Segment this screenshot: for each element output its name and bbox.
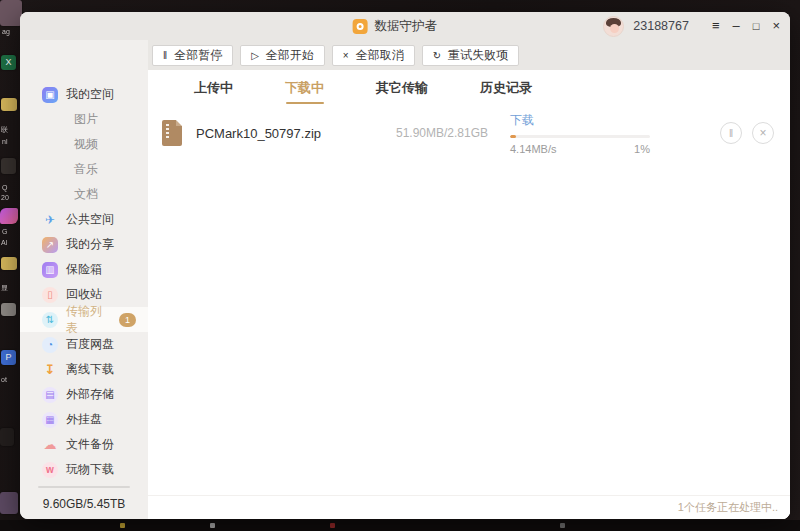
transfer-tabs: 上传中 下载中 其它传输 历史记录 (148, 70, 790, 106)
sidebar-item-label: 我的分享 (66, 236, 114, 253)
desktop-icon-label: Al (1, 239, 7, 247)
desktop-icon-folder[interactable] (1, 257, 17, 270)
button-label: 重试失败项 (448, 47, 508, 64)
desktop-icon-label: G (2, 228, 7, 236)
sidebar-item-baidu-netdisk[interactable]: ◔ 百度网盘 (20, 332, 148, 357)
desktop-icon-label: 联 (1, 126, 8, 134)
sidebar-item-label: 文档 (74, 186, 98, 203)
sidebar-item-file-backup[interactable]: ☁ 文件备份 (20, 432, 148, 457)
zip-file-icon (162, 120, 182, 146)
titlebar-title-group: 数据守护者 (353, 12, 438, 40)
sidebar-item-label: 玩物下载 (66, 461, 114, 478)
maximize-button[interactable]: □ (753, 12, 760, 40)
menu-hamburger-icon[interactable]: ≡ (712, 12, 720, 40)
sidebar-item-label: 外部存储 (66, 386, 114, 403)
download-status-label: 下载 (510, 112, 650, 129)
transfer-panel: 上传中 下载中 其它传输 历史记录 PCMark10_50797.zip 51.… (148, 70, 790, 519)
button-label: 全部开始 (266, 47, 314, 64)
taskbar[interactable] (0, 520, 800, 531)
download-speed: 4.14MB/s (510, 143, 556, 155)
sidebar-item-label: 百度网盘 (66, 336, 114, 353)
desktop-icon-label: nl (2, 138, 7, 146)
status-bar: 1个任务正在处理中.. (148, 495, 790, 519)
download-row[interactable]: PCMark10_50797.zip 51.90MB/2.81GB 下载 4.1… (148, 110, 790, 156)
desktop-icon[interactable] (0, 428, 14, 446)
sidebar-item-offline-download[interactable]: ↧ 离线下载 (20, 357, 148, 382)
button-label: 全部取消 (356, 47, 404, 64)
sidebar: ▣ 我的空间 图片 视频 音乐 文档 ✈ 公共空间 ↗ 我的分享 (20, 40, 148, 519)
my-shares-share-icon: ↗ (42, 237, 58, 253)
cancel-all-button[interactable]: × 全部取消 (332, 45, 415, 66)
storage-usage-bar (38, 486, 130, 488)
pause-download-button[interactable]: ‖ (720, 122, 742, 144)
pause-icon: ‖ (163, 50, 167, 61)
desktop-icon[interactable] (1, 158, 16, 174)
desktop-icon[interactable] (0, 492, 18, 514)
desktop-icon-label: 20 (1, 194, 9, 202)
sidebar-item-label: 文件备份 (66, 436, 114, 453)
tab-uploading[interactable]: 上传中 (168, 79, 259, 97)
desktop-icon-letter: P (5, 352, 11, 362)
desktop-icon[interactable]: P (1, 350, 16, 365)
sidebar-item-label: 音乐 (74, 161, 98, 178)
download-filename: PCMark10_50797.zip (196, 126, 396, 141)
sidebar-item-videos[interactable]: 视频 (20, 132, 148, 157)
desktop-icon-label: 显 (1, 284, 8, 292)
sidebar-item-label: 图片 (74, 111, 98, 128)
pause-all-button[interactable]: ‖ 全部暂停 (152, 45, 233, 66)
sidebar-item-my-shares[interactable]: ↗ 我的分享 (20, 232, 148, 257)
download-percent: 1% (634, 143, 650, 155)
minimize-button[interactable]: – (733, 12, 740, 40)
desktop-icon[interactable] (1, 303, 16, 316)
taskbar-icon[interactable] (120, 523, 125, 528)
storage-summary: 9.60GB/5.45TB (20, 486, 148, 511)
sidebar-item-transfer-list[interactable]: ⇅ 传输列表 1 (20, 307, 148, 332)
sidebar-item-external-storage[interactable]: ▤ 外部存储 (20, 382, 148, 407)
sidebar-item-wanwu-download[interactable]: w 玩物下载 (20, 457, 148, 482)
sidebar-item-public-space[interactable]: ✈ 公共空间 (20, 207, 148, 232)
user-avatar[interactable] (603, 16, 624, 37)
close-button[interactable]: × (772, 12, 780, 40)
sidebar-item-label: 外挂盘 (66, 411, 102, 428)
retry-failed-button[interactable]: ↻ 重试失败项 (422, 45, 519, 66)
sidebar-item-label: 视频 (74, 136, 98, 153)
transfer-count-badge: 1 (119, 313, 136, 327)
sidebar-item-pictures[interactable]: 图片 (20, 107, 148, 132)
tab-other-transfers[interactable]: 其它传输 (350, 79, 454, 97)
retry-refresh-icon: ↻ (433, 50, 441, 61)
status-text: 1个任务正在处理中.. (678, 500, 778, 515)
sidebar-item-safe-box[interactable]: ▥ 保险箱 (20, 257, 148, 282)
app-logo-icon (353, 19, 368, 34)
app-title: 数据守护者 (375, 18, 438, 35)
desktop-icon[interactable] (0, 0, 22, 26)
wanwu-download-icon: w (42, 462, 58, 478)
sidebar-item-label: 公共空间 (66, 211, 114, 228)
taskbar-icon[interactable] (560, 523, 565, 528)
offline-download-arrow-icon: ↧ (42, 362, 58, 378)
cancel-download-button[interactable]: × (752, 122, 774, 144)
baidu-netdisk-icon: ◔ (42, 337, 58, 353)
sidebar-item-my-space[interactable]: ▣ 我的空间 (20, 82, 148, 107)
desktop-icon[interactable] (0, 208, 18, 224)
sidebar-item-documents[interactable]: 文档 (20, 182, 148, 207)
excel-icon-letter: X (5, 57, 11, 67)
tab-history[interactable]: 历史记录 (454, 79, 558, 97)
desktop-icon-folder[interactable] (1, 98, 17, 111)
recycle-bin-trash-icon: ▯ (42, 287, 58, 303)
cancel-x-icon: × (343, 50, 349, 61)
my-space-folder-icon: ▣ (42, 87, 58, 103)
taskbar-icon[interactable] (210, 523, 215, 528)
sidebar-item-music[interactable]: 音乐 (20, 157, 148, 182)
external-storage-usb-icon: ▤ (42, 387, 58, 403)
sidebar-item-external-disk[interactable]: ▦ 外挂盘 (20, 407, 148, 432)
button-label: 全部暂停 (174, 47, 222, 64)
safe-box-icon: ▥ (42, 262, 58, 278)
tab-downloading[interactable]: 下载中 (259, 79, 350, 97)
public-space-paper-plane-icon: ✈ (42, 212, 58, 228)
desktop-icon-excel[interactable]: X (1, 55, 16, 70)
desktop-icon-label: Q (2, 184, 7, 192)
external-disk-icon: ▦ (42, 412, 58, 428)
sidebar-item-label: 我的空间 (66, 86, 114, 103)
start-all-button[interactable]: ▷ 全部开始 (240, 45, 325, 66)
taskbar-icon[interactable] (330, 523, 335, 528)
